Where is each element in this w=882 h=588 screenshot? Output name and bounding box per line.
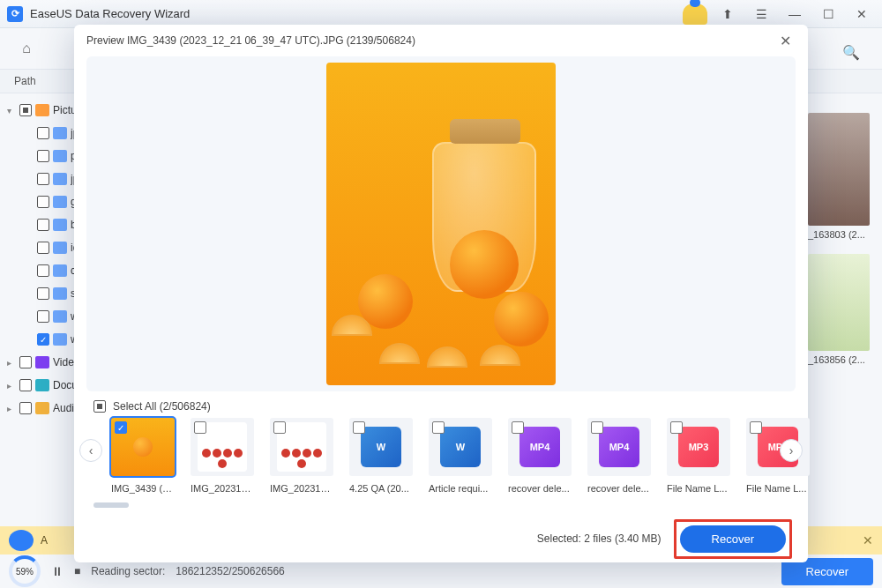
mp4-file-icon: MP4: [519, 427, 560, 467]
folder-icon: [53, 150, 67, 162]
chevron-right-icon[interactable]: ▸: [7, 381, 16, 391]
thumb-item[interactable]: MP3 File Name L...: [667, 418, 730, 494]
thumbnail-strip: ‹ ✓ IMG_3439 (2... IMG_202311... IMG_202…: [74, 418, 808, 494]
video-folder-icon: [35, 356, 49, 368]
thumb-checkbox[interactable]: ✓: [115, 421, 127, 434]
home-button[interactable]: ⌂: [11, 34, 42, 63]
folder-icon: [53, 310, 67, 323]
grid-thumb[interactable]: _163856 (2...: [808, 254, 870, 365]
chevron-right-icon[interactable]: ▸: [7, 404, 16, 413]
thumb-item[interactable]: MP4 recover dele...: [508, 418, 572, 494]
advisor-avatar-icon: [9, 530, 34, 551]
sector-value: 186212352/250626566: [176, 565, 284, 577]
checkbox[interactable]: ✓: [37, 333, 49, 346]
chevron-right-icon[interactable]: ▸: [7, 358, 16, 368]
search-icon[interactable]: 🔍: [840, 41, 863, 63]
folder-icon: [53, 127, 67, 139]
preview-area: [86, 56, 796, 391]
select-all-label: Select All (2/506824): [113, 400, 211, 413]
app-logo-icon: ⟳: [7, 6, 23, 22]
word-file-icon: W: [361, 427, 401, 467]
checkbox[interactable]: [19, 356, 32, 368]
checkbox[interactable]: [19, 379, 32, 391]
minimize-icon[interactable]: —: [781, 2, 808, 26]
thumb-item[interactable]: W Article requi...: [429, 418, 492, 494]
thumb-item[interactable]: IMG_202311...: [270, 418, 333, 494]
close-modal-icon[interactable]: ✕: [774, 30, 796, 51]
thumb-checkbox[interactable]: [432, 421, 445, 434]
recover-highlight: Recover: [674, 519, 792, 559]
grid-thumb[interactable]: _163803 (2...: [808, 113, 870, 240]
upload-icon[interactable]: ⬆: [714, 2, 741, 26]
folder-icon: [53, 287, 67, 300]
folder-icon: [53, 196, 67, 208]
thumb-item[interactable]: ✓ IMG_3439 (2...: [111, 418, 175, 494]
checkbox[interactable]: [37, 173, 49, 185]
thumb-checkbox[interactable]: [750, 421, 762, 434]
close-advisor-icon[interactable]: ✕: [863, 533, 873, 547]
image-folder-icon: [35, 104, 49, 116]
select-all-row[interactable]: Select All (2/506824): [74, 391, 808, 418]
thumb-item[interactable]: IMG_202311...: [191, 418, 254, 494]
column-path[interactable]: Path: [0, 75, 50, 87]
folder-icon: [53, 242, 67, 254]
folder-icon: [53, 219, 67, 231]
thumb-checkbox[interactable]: [273, 421, 286, 434]
recover-button[interactable]: Recover: [680, 525, 786, 553]
thumb-item[interactable]: MP4 recover dele...: [587, 418, 651, 494]
close-window-icon[interactable]: ✕: [848, 2, 875, 26]
word-file-icon: W: [440, 427, 481, 467]
mp3-file-icon: MP3: [678, 427, 719, 467]
advisor-text: A: [41, 534, 48, 547]
checkbox[interactable]: [37, 219, 49, 231]
folder-icon: [53, 333, 67, 346]
document-folder-icon: [35, 379, 49, 391]
thumb-checkbox[interactable]: [194, 421, 206, 434]
prev-thumb-button[interactable]: ‹: [79, 439, 102, 462]
checkbox[interactable]: [37, 264, 49, 277]
thumb-checkbox[interactable]: [591, 421, 603, 434]
folder-icon: [53, 173, 67, 185]
audio-folder-icon: [35, 402, 49, 414]
thumb-item[interactable]: W 4.25 QA (20...: [349, 418, 413, 494]
checkbox[interactable]: [37, 196, 49, 208]
folder-icon: [53, 264, 67, 277]
checkbox[interactable]: [37, 242, 49, 254]
selected-count: Selected: 2 files (3.40 MB): [537, 532, 662, 545]
checkbox[interactable]: [37, 127, 49, 139]
checkbox[interactable]: [19, 402, 32, 414]
preview-image: [326, 63, 556, 385]
checkbox[interactable]: [19, 104, 32, 116]
select-all-checkbox[interactable]: [93, 400, 106, 413]
checkbox[interactable]: [37, 310, 49, 323]
menu-icon[interactable]: ☰: [748, 2, 774, 26]
chevron-down-icon[interactable]: ▾: [7, 106, 16, 115]
mascot-icon[interactable]: [683, 4, 707, 25]
thumb-scrollbar[interactable]: [93, 502, 789, 508]
mp4-file-icon: MP4: [599, 427, 639, 467]
modal-title: Preview IMG_3439 (2023_12_21 06_39_47 UT…: [86, 34, 415, 47]
checkbox[interactable]: [37, 150, 49, 162]
next-thumb-button[interactable]: ›: [780, 439, 803, 462]
app-title: EaseUS Data Recovery Wizard: [30, 7, 190, 20]
sector-label: Reading sector:: [91, 565, 165, 577]
progress-circle: 59%: [9, 555, 41, 587]
thumb-checkbox[interactable]: [353, 421, 365, 434]
thumb-checkbox[interactable]: [670, 421, 683, 434]
checkbox[interactable]: [37, 287, 49, 300]
pause-icon[interactable]: ⏸: [51, 564, 64, 578]
preview-modal: Preview IMG_3439 (2023_12_21 06_39_47 UT…: [74, 25, 808, 562]
maximize-icon[interactable]: ☐: [815, 2, 841, 26]
stop-icon[interactable]: ■: [74, 565, 80, 577]
thumb-checkbox[interactable]: [512, 421, 524, 434]
